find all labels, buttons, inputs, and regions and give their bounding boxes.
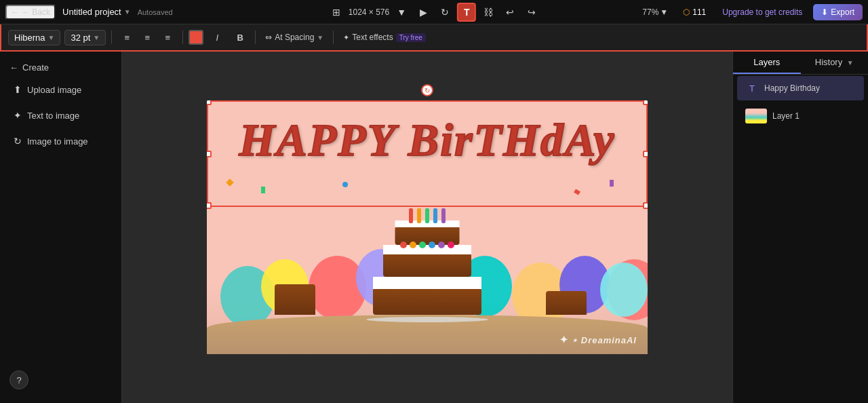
small-cake-left bbox=[275, 284, 315, 315]
effects-icon: ✦ bbox=[343, 33, 349, 42]
sidebar-item-image-to-image[interactable]: ↻ Image to image bbox=[4, 129, 117, 153]
divider-3 bbox=[255, 31, 256, 44]
text-to-image-icon: ✦ bbox=[14, 110, 22, 121]
font-chevron-icon: ▼ bbox=[48, 34, 55, 41]
canvas-wrapper: ↻ HAPPY BirTHdAy bbox=[207, 100, 648, 354]
back-button[interactable]: ← ← Back bbox=[5, 5, 56, 20]
cake-balls bbox=[400, 242, 454, 248]
export-button[interactable]: ⬇ Export bbox=[813, 4, 863, 20]
frame-icon-btn[interactable]: ⊞ bbox=[327, 3, 346, 22]
zoom-control[interactable]: 77% ▼ bbox=[638, 6, 672, 18]
balloon-layer bbox=[207, 176, 648, 354]
topbar-right: 77% ▼ ⬡ 111 Upgrade to get credits ⬇ Exp… bbox=[638, 4, 863, 20]
layer-item-happy-birthday[interactable]: T Happy Birthday bbox=[737, 76, 864, 100]
redo-btn[interactable]: ↪ bbox=[522, 3, 541, 22]
topbar: ← ← Back Untitled project ▼ Autosaved ⊞ … bbox=[0, 0, 868, 24]
upload-icon: ⬆ bbox=[14, 84, 22, 95]
tab-layers[interactable]: Layers bbox=[733, 52, 801, 74]
topbar-center: ⊞ 1024 × 576 ▼ ▶ ↻ T ⛓ ↩ ↪ bbox=[327, 3, 541, 22]
sidebar-bottom: ? bbox=[0, 364, 121, 396]
sidebar-item-text-to-image[interactable]: ✦ Text to image bbox=[4, 103, 117, 128]
back-arrow-icon: ← bbox=[9, 62, 18, 73]
handle-middle-left[interactable] bbox=[207, 151, 212, 157]
sidebar-item-upload-image[interactable]: ⬆ Upload image bbox=[4, 77, 117, 102]
credits-count: 111 bbox=[692, 7, 706, 17]
handle-top-right[interactable] bbox=[643, 100, 648, 105]
align-center-btn[interactable]: ≡ bbox=[138, 28, 157, 47]
layer-item-layer1[interactable]: Layer 1 bbox=[737, 103, 864, 129]
project-title[interactable]: Untitled project bbox=[62, 7, 121, 17]
align-right-btn[interactable]: ≡ bbox=[158, 28, 177, 47]
back-arrow-icon: ← bbox=[11, 7, 19, 17]
canvas-size: 1024 × 576 bbox=[349, 7, 389, 17]
cake-white-1 bbox=[373, 277, 481, 289]
download-icon: ⬇ bbox=[821, 7, 828, 17]
alignment-buttons: ≡ ≡ ≡ bbox=[117, 28, 177, 47]
right-panel: Layers History ▼ T Happy Birthday Layer … bbox=[732, 52, 868, 403]
chevron-down-icon: ▼ bbox=[847, 59, 854, 66]
cake-plate bbox=[366, 317, 488, 322]
help-button[interactable]: ? bbox=[9, 370, 28, 389]
divider-4 bbox=[333, 31, 334, 44]
spacing-chevron-icon: ▼ bbox=[317, 34, 323, 41]
link-btn[interactable]: ⛓ bbox=[479, 3, 498, 22]
rotate-handle[interactable]: ↻ bbox=[421, 84, 433, 96]
confetti-5 bbox=[610, 180, 614, 187]
canvas-area[interactable]: ↻ HAPPY BirTHdAy bbox=[122, 52, 732, 403]
cake-bottom-layer bbox=[373, 288, 481, 315]
align-left-btn[interactable]: ≡ bbox=[117, 28, 136, 47]
small-cake-right bbox=[546, 291, 587, 315]
chevron-down-icon: ▼ bbox=[660, 7, 668, 17]
handle-middle-right[interactable] bbox=[643, 151, 648, 157]
layer-thumbnail bbox=[745, 109, 767, 123]
text-color-swatch[interactable] bbox=[189, 30, 203, 45]
topbar-tool-icons: ⊞ 1024 × 576 ▼ ▶ ↻ T ⛓ ↩ ↪ bbox=[327, 3, 541, 22]
undo-btn[interactable]: ↩ bbox=[500, 3, 519, 22]
font-name-label: Hiberna bbox=[14, 33, 45, 43]
divider-1 bbox=[111, 31, 112, 44]
watermark: ✦ ⋆ DreaminaAI bbox=[559, 334, 637, 346]
font-size-select[interactable]: 32 pt ▼ bbox=[64, 30, 106, 45]
zoom-level: 77% bbox=[642, 7, 658, 17]
text-tool-btn[interactable]: T bbox=[457, 3, 476, 22]
create-label: Create bbox=[22, 62, 49, 73]
tab-history[interactable]: History ▼ bbox=[801, 52, 869, 74]
birthday-text-content: HAPPY BirTHdAy bbox=[239, 114, 616, 166]
layer-name-1: Layer 1 bbox=[772, 111, 800, 121]
handle-top-left[interactable] bbox=[207, 100, 212, 105]
create-header[interactable]: ← Create bbox=[0, 58, 121, 77]
bold-label: B bbox=[237, 33, 243, 43]
try-free-badge: Try free bbox=[396, 33, 426, 42]
refresh-btn[interactable]: ↻ bbox=[435, 3, 454, 22]
canvas-frame[interactable]: HAPPY BirTHdAy bbox=[207, 100, 648, 354]
back-label: ← Back bbox=[22, 7, 50, 17]
credits-btn[interactable]: ⬡ 111 bbox=[677, 5, 711, 20]
chevron-down-icon[interactable]: ▼ bbox=[124, 8, 131, 16]
bold-btn[interactable]: B bbox=[231, 28, 250, 47]
chevron-down-btn[interactable]: ▼ bbox=[392, 3, 411, 22]
layer-name-happy-birthday: Happy Birthday bbox=[764, 83, 820, 93]
history-label: History bbox=[815, 57, 842, 67]
font-family-select[interactable]: Hiberna ▼ bbox=[8, 30, 60, 45]
main-area: ← Create ⬆ Upload image ✦ Text to image … bbox=[0, 52, 868, 403]
panel-tabs: Layers History ▼ bbox=[733, 52, 868, 75]
italic-btn[interactable]: I bbox=[208, 28, 226, 47]
birthday-text-layer[interactable]: HAPPY BirTHdAy bbox=[220, 114, 634, 163]
layer-thumb-inner bbox=[745, 109, 767, 123]
text-to-image-label: Text to image bbox=[27, 111, 79, 121]
credits-icon: ⬡ bbox=[683, 7, 690, 17]
divider-2 bbox=[182, 31, 183, 44]
upgrade-button[interactable]: Upgrade to get credits bbox=[717, 5, 808, 20]
watermark-text: ⋆ DreaminaAI bbox=[572, 335, 637, 345]
autosaved-status: Autosaved bbox=[138, 8, 173, 16]
spacing-btn[interactable]: ⇔ At Spacing ▼ bbox=[261, 31, 328, 44]
export-label: Export bbox=[831, 7, 854, 17]
italic-label: I bbox=[216, 33, 218, 43]
play-btn[interactable]: ▶ bbox=[414, 3, 433, 22]
text-effects-btn[interactable]: ✦ Text effects Try free bbox=[339, 31, 430, 44]
spacing-icon: ⇔ bbox=[265, 33, 272, 42]
text-layer-icon: T bbox=[745, 81, 759, 95]
cake-mid-layer bbox=[383, 253, 471, 277]
upgrade-label: Upgrade to get credits bbox=[722, 7, 802, 17]
size-chevron-icon: ▼ bbox=[93, 34, 100, 41]
